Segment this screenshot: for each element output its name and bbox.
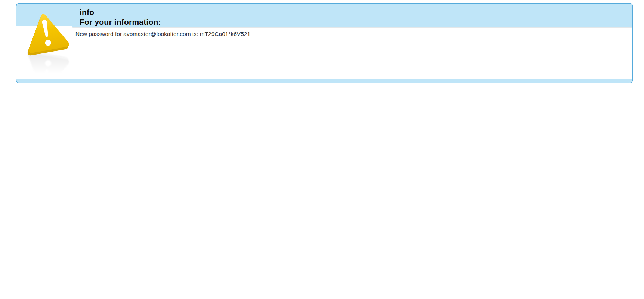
info-box: info For your information: New password … (16, 3, 633, 83)
info-box-heading: For your information: (80, 17, 632, 27)
warning-triangle-graphic (21, 8, 77, 77)
triangle-main (21, 10, 70, 56)
heading-block: info For your information: (72, 4, 632, 27)
info-box-message: New password for avomaster@lookafter.com… (75, 30, 250, 38)
warning-triangle-icon (21, 8, 77, 77)
info-box-title: info (80, 7, 632, 17)
footer-strip (16, 79, 632, 83)
